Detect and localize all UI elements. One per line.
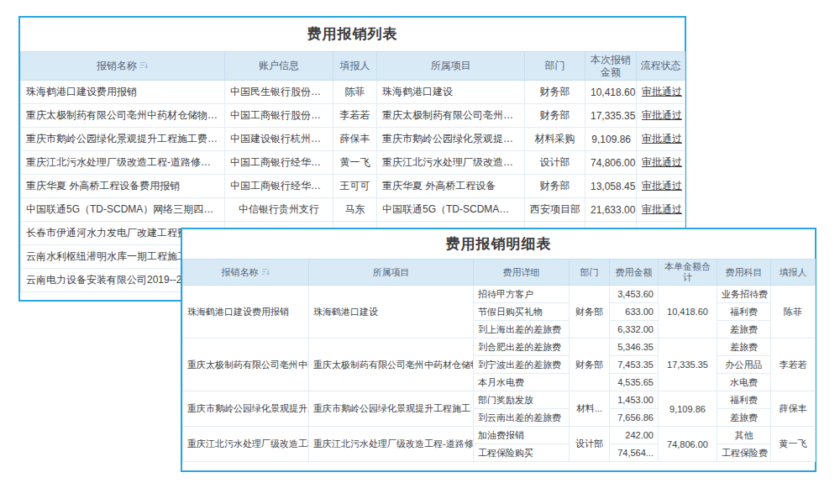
status-cell[interactable]: 审批通过	[637, 198, 685, 222]
reporter-cell[interactable]: 陈菲	[333, 81, 377, 104]
table-row: 珠海鹤港口建设费用报销中国民生银行股份有限...陈菲珠海鹤港口建设财务部10,4…	[21, 81, 685, 104]
expense-name-cell[interactable]: 珠海鹤港口建设费用报销	[183, 286, 309, 339]
column-header-expense-name[interactable]: 报销名称	[21, 52, 225, 81]
column-header-flow-status: 流程状态	[637, 52, 685, 81]
column-header-department: 部门	[570, 260, 610, 286]
category-cell: 业务招待费	[717, 286, 771, 303]
project-cell[interactable]: 重庆江北污水处理厂级改造工程-道路修复工程	[309, 427, 474, 462]
column-header-label: 所属项目	[373, 267, 410, 277]
expense-name-cell[interactable]: 重庆江北污水处理厂级改造工程-	[183, 427, 309, 462]
expense-name-cell[interactable]: 重庆华夏 外高桥工程设备费用报销	[21, 175, 225, 198]
column-header-expense-amount: 费用金额	[610, 260, 659, 286]
department-cell: 设计部	[525, 151, 585, 175]
detail-cell: 到上海出差的差旅费	[474, 321, 570, 339]
project-cell[interactable]: 中国联通5G（TD-SCDMA）网...	[377, 198, 525, 222]
account-cell: 中国工商银行股份有限...	[225, 104, 333, 128]
reporter-cell[interactable]: 黄一飞	[771, 427, 816, 462]
expense-name-cell[interactable]: 重庆市鹅岭公园绿化景观提升工程施工费用报销	[21, 128, 225, 151]
column-header-label: 所属项目	[431, 60, 471, 71]
expense-name-cell[interactable]: 重庆太极制药有限公司亳州中药材仓储物流基地项...	[21, 104, 225, 128]
amount-cell: 74,806.00	[585, 151, 637, 175]
expense-name-cell[interactable]: 重庆太极制药有限公司亳州中药材	[183, 339, 309, 391]
status-cell[interactable]: 审批通过	[637, 175, 685, 198]
department-cell: 财务部	[525, 175, 585, 198]
sort-icon[interactable]	[261, 268, 270, 276]
column-header-label: 部门	[580, 267, 599, 277]
header-row: 报销名称所属项目费用详细部门费用金额本单金额合计费用科目填报人	[183, 260, 816, 286]
column-header-label: 本单金额合计	[664, 261, 711, 282]
amount-cell: 633.00	[610, 303, 659, 321]
expense-detail-table: 费用报销明细表 报销名称所属项目费用详细部门费用金额本单金额合计费用科目填报人 …	[181, 228, 816, 472]
list-table-title: 费用报销列表	[20, 18, 685, 51]
amount-cell: 7,656.86	[610, 409, 659, 427]
project-cell[interactable]: 珠海鹤港口建设	[309, 286, 474, 339]
project-cell[interactable]: 重庆太极制药有限公司亳州中药材仓储物流	[309, 339, 474, 391]
category-cell: 差旅费	[717, 321, 771, 339]
department-cell: 财务部	[525, 81, 585, 104]
project-cell[interactable]: 重庆市鹅岭公园绿化景观提升...	[377, 128, 525, 151]
amount-cell: 13,058.45	[585, 175, 637, 198]
reporter-cell[interactable]: 李若若	[771, 339, 816, 391]
detail-row: 重庆太极制药有限公司亳州中药材重庆太极制药有限公司亳州中药材仓储物流到合肥出差的…	[183, 339, 816, 356]
detail-table-title: 费用报销明细表	[182, 229, 815, 259]
reporter-cell[interactable]: 马东	[333, 198, 377, 222]
detail-cell: 加油费报销	[474, 427, 570, 444]
header-row: 报销名称账户信息填报人所属项目部门本次报销金额流程状态	[21, 52, 685, 81]
table-row: 重庆华夏 外高桥工程设备费用报销中国工商银行经华路支行王可可重庆华夏 外高桥工程…	[21, 175, 685, 198]
expense-name-cell[interactable]: 珠海鹤港口建设费用报销	[21, 81, 225, 104]
column-header-label: 填报人	[780, 267, 807, 277]
status-cell[interactable]: 审批通过	[637, 128, 685, 151]
reporter-cell[interactable]: 黄一飞	[333, 151, 377, 175]
column-header-label: 报销名称	[97, 60, 137, 71]
detail-row: 重庆市鹅岭公园绿化景观提升工程重庆市鹅岭公园绿化景观提升工程施工部门奖励发放材料…	[183, 391, 816, 409]
expense-name-cell[interactable]: 重庆市鹅岭公园绿化景观提升工程	[183, 391, 309, 427]
project-cell[interactable]: 重庆华夏 外高桥工程设备	[377, 175, 525, 198]
category-cell: 差旅费	[717, 339, 771, 356]
column-header-amount: 本次报销金额	[585, 52, 637, 81]
reporter-cell[interactable]: 陈菲	[771, 286, 816, 339]
account-cell: 中国工商银行经华路支行	[225, 175, 333, 198]
amount-cell: 1,453.00	[610, 391, 659, 409]
expense-name-cell[interactable]: 重庆江北污水处理厂级改造工程-道路修复工程费用...	[21, 151, 225, 175]
amount-cell: 242.00	[610, 427, 659, 444]
account-cell: 中国工商银行经华路支行	[225, 151, 333, 175]
amount-cell: 5,346.35	[610, 339, 659, 356]
amount-cell: 9,109.86	[585, 128, 637, 151]
detail-cell: 到合肥出差的差旅费	[474, 339, 570, 356]
category-cell: 福利费	[717, 391, 771, 409]
total-cell: 10,418.60	[659, 286, 717, 339]
department-cell: 财务部	[570, 286, 610, 339]
department-cell: 财务部	[570, 339, 610, 391]
column-header-account-info: 账户信息	[225, 52, 333, 81]
category-cell: 工程保险费	[717, 444, 771, 462]
project-cell[interactable]: 重庆市鹅岭公园绿化景观提升工程施工	[309, 391, 474, 427]
column-header-reporter: 填报人	[771, 260, 816, 286]
reporter-cell[interactable]: 薛保丰	[771, 391, 816, 427]
detail-cell: 到云南出差的差旅费	[474, 409, 570, 427]
detail-row: 重庆江北污水处理厂级改造工程-重庆江北污水处理厂级改造工程-道路修复工程加油费报…	[183, 427, 816, 444]
sort-icon[interactable]	[139, 61, 149, 70]
table-row: 中国联通5G（TD-SCDMA）网络三期四川工程费...中信银行贵州支行马东中国…	[21, 198, 685, 222]
column-header-label: 费用金额	[616, 267, 653, 277]
project-cell[interactable]: 重庆太极制药有限公司亳州中...	[377, 104, 525, 128]
status-cell[interactable]: 审批通过	[637, 81, 685, 104]
account-cell: 中国建设银行杭州市上...	[225, 128, 333, 151]
column-header-label: 本次报销金额	[591, 54, 631, 78]
expense-name-cell[interactable]: 中国联通5G（TD-SCDMA）网络三期四川工程费...	[21, 198, 225, 222]
department-cell: 财务部	[525, 104, 585, 128]
reporter-cell[interactable]: 王可可	[333, 175, 377, 198]
detail-cell: 本月水电费	[474, 374, 570, 391]
status-cell[interactable]: 审批通过	[637, 104, 685, 128]
category-cell: 办公用品	[717, 356, 771, 374]
column-header-reporter: 填报人	[333, 52, 377, 81]
reporter-cell[interactable]: 薛保丰	[333, 128, 377, 151]
project-cell[interactable]: 珠海鹤港口建设	[377, 81, 525, 104]
total-cell: 9,109.86	[659, 391, 717, 427]
reporter-cell[interactable]: 李若若	[333, 104, 377, 128]
category-cell: 差旅费	[717, 409, 771, 427]
project-cell[interactable]: 重庆江北污水处理厂级改造工...	[377, 151, 525, 175]
department-cell: 材料采购	[525, 128, 585, 151]
column-header-expense-name[interactable]: 报销名称	[183, 260, 309, 286]
column-header-label: 费用详细	[503, 267, 540, 277]
status-cell[interactable]: 审批通过	[637, 151, 685, 175]
